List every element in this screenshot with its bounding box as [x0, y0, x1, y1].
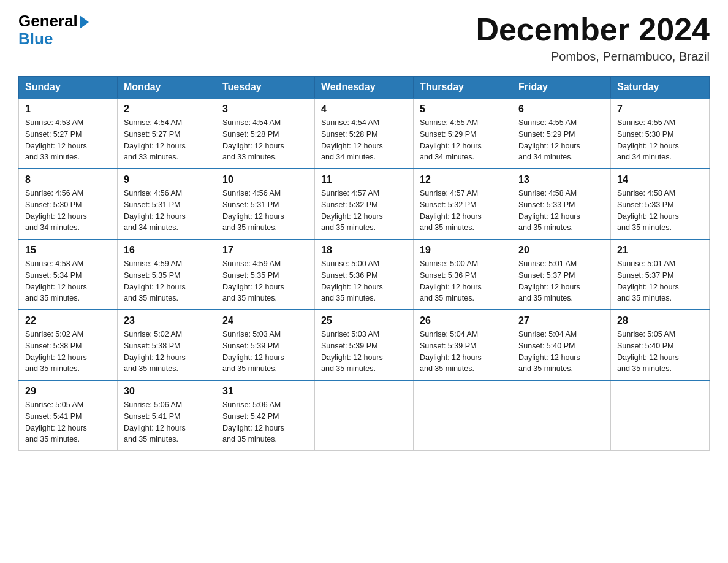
day-info: Sunrise: 5:04 AMSunset: 5:39 PMDaylight:… — [420, 329, 506, 375]
day-number: 2 — [124, 104, 210, 115]
week-row-3: 15Sunrise: 4:58 AMSunset: 5:34 PMDayligh… — [19, 239, 710, 310]
calendar-cell: 14Sunrise: 4:58 AMSunset: 5:33 PMDayligh… — [611, 169, 710, 239]
day-info: Sunrise: 4:57 AMSunset: 5:32 PMDaylight:… — [420, 188, 506, 234]
col-header-saturday: Saturday — [611, 77, 710, 99]
col-header-sunday: Sunday — [19, 77, 118, 99]
day-number: 8 — [25, 174, 111, 185]
day-number: 23 — [124, 315, 210, 326]
day-number: 6 — [518, 104, 604, 115]
day-info: Sunrise: 5:06 AMSunset: 5:41 PMDaylight:… — [124, 399, 210, 445]
day-info: Sunrise: 5:01 AMSunset: 5:37 PMDaylight:… — [617, 258, 703, 304]
calendar-header-row: SundayMondayTuesdayWednesdayThursdayFrid… — [19, 77, 710, 99]
col-header-wednesday: Wednesday — [315, 77, 414, 99]
calendar-cell: 15Sunrise: 4:58 AMSunset: 5:34 PMDayligh… — [19, 239, 118, 310]
calendar-cell — [611, 380, 710, 451]
day-info: Sunrise: 5:02 AMSunset: 5:38 PMDaylight:… — [124, 329, 210, 375]
location: Pombos, Pernambuco, Brazil — [476, 50, 710, 64]
col-header-monday: Monday — [118, 77, 216, 99]
calendar-cell: 9Sunrise: 4:56 AMSunset: 5:31 PMDaylight… — [118, 169, 216, 239]
logo: General Blue — [18, 12, 89, 47]
calendar-cell: 6Sunrise: 4:55 AMSunset: 5:29 PMDaylight… — [512, 98, 611, 169]
day-info: Sunrise: 4:54 AMSunset: 5:28 PMDaylight:… — [222, 117, 308, 163]
calendar-cell: 30Sunrise: 5:06 AMSunset: 5:41 PMDayligh… — [118, 380, 216, 451]
day-info: Sunrise: 4:57 AMSunset: 5:32 PMDaylight:… — [321, 188, 407, 234]
logo-general: General — [18, 12, 78, 30]
calendar-cell: 3Sunrise: 4:54 AMSunset: 5:28 PMDaylight… — [216, 98, 315, 169]
day-number: 18 — [321, 245, 407, 256]
day-info: Sunrise: 5:05 AMSunset: 5:40 PMDaylight:… — [617, 329, 703, 375]
col-header-tuesday: Tuesday — [216, 77, 315, 99]
day-info: Sunrise: 5:03 AMSunset: 5:39 PMDaylight:… — [321, 329, 407, 375]
day-number: 28 — [617, 315, 703, 326]
day-info: Sunrise: 4:59 AMSunset: 5:35 PMDaylight:… — [222, 258, 308, 304]
week-row-5: 29Sunrise: 5:05 AMSunset: 5:41 PMDayligh… — [19, 380, 710, 451]
calendar-cell: 17Sunrise: 4:59 AMSunset: 5:35 PMDayligh… — [216, 239, 315, 310]
calendar-cell: 7Sunrise: 4:55 AMSunset: 5:30 PMDaylight… — [611, 98, 710, 169]
calendar-cell: 24Sunrise: 5:03 AMSunset: 5:39 PMDayligh… — [216, 310, 315, 380]
calendar-cell — [512, 380, 611, 451]
day-number: 5 — [420, 104, 506, 115]
col-header-thursday: Thursday — [414, 77, 512, 99]
day-number: 11 — [321, 174, 407, 185]
month-title: December 2024 — [476, 12, 710, 47]
day-info: Sunrise: 4:58 AMSunset: 5:34 PMDaylight:… — [25, 258, 111, 304]
day-number: 27 — [518, 315, 604, 326]
day-info: Sunrise: 5:00 AMSunset: 5:36 PMDaylight:… — [321, 258, 407, 304]
calendar-cell — [414, 380, 512, 451]
week-row-4: 22Sunrise: 5:02 AMSunset: 5:38 PMDayligh… — [19, 310, 710, 380]
day-number: 22 — [25, 315, 111, 326]
day-number: 19 — [420, 245, 506, 256]
day-info: Sunrise: 5:03 AMSunset: 5:39 PMDaylight:… — [222, 329, 308, 375]
calendar-cell: 11Sunrise: 4:57 AMSunset: 5:32 PMDayligh… — [315, 169, 414, 239]
day-info: Sunrise: 4:55 AMSunset: 5:29 PMDaylight:… — [518, 117, 604, 163]
day-number: 12 — [420, 174, 506, 185]
title-block: December 2024 Pombos, Pernambuco, Brazil — [476, 12, 710, 64]
day-number: 3 — [222, 104, 308, 115]
day-number: 24 — [222, 315, 308, 326]
logo-arrow-icon — [80, 15, 89, 29]
day-info: Sunrise: 5:06 AMSunset: 5:42 PMDaylight:… — [222, 399, 308, 445]
day-number: 1 — [25, 104, 111, 115]
day-number: 10 — [222, 174, 308, 185]
day-info: Sunrise: 4:54 AMSunset: 5:27 PMDaylight:… — [124, 117, 210, 163]
day-info: Sunrise: 4:58 AMSunset: 5:33 PMDaylight:… — [518, 188, 604, 234]
calendar-cell: 29Sunrise: 5:05 AMSunset: 5:41 PMDayligh… — [19, 380, 118, 451]
day-number: 4 — [321, 104, 407, 115]
day-info: Sunrise: 5:01 AMSunset: 5:37 PMDaylight:… — [518, 258, 604, 304]
calendar-cell: 1Sunrise: 4:53 AMSunset: 5:27 PMDaylight… — [19, 98, 118, 169]
day-info: Sunrise: 4:53 AMSunset: 5:27 PMDaylight:… — [25, 117, 111, 163]
day-info: Sunrise: 4:58 AMSunset: 5:33 PMDaylight:… — [617, 188, 703, 234]
calendar-cell: 13Sunrise: 4:58 AMSunset: 5:33 PMDayligh… — [512, 169, 611, 239]
day-info: Sunrise: 5:02 AMSunset: 5:38 PMDaylight:… — [25, 329, 111, 375]
page-header: General Blue December 2024 Pombos, Perna… — [18, 12, 710, 64]
calendar-cell: 19Sunrise: 5:00 AMSunset: 5:36 PMDayligh… — [414, 239, 512, 310]
day-number: 7 — [617, 104, 703, 115]
week-row-1: 1Sunrise: 4:53 AMSunset: 5:27 PMDaylight… — [19, 98, 710, 169]
calendar-cell: 10Sunrise: 4:56 AMSunset: 5:31 PMDayligh… — [216, 169, 315, 239]
logo-blue: Blue — [18, 30, 53, 48]
day-info: Sunrise: 5:05 AMSunset: 5:41 PMDaylight:… — [25, 399, 111, 445]
calendar-cell: 25Sunrise: 5:03 AMSunset: 5:39 PMDayligh… — [315, 310, 414, 380]
col-header-friday: Friday — [512, 77, 611, 99]
day-number: 26 — [420, 315, 506, 326]
calendar-cell: 31Sunrise: 5:06 AMSunset: 5:42 PMDayligh… — [216, 380, 315, 451]
day-number: 17 — [222, 245, 308, 256]
calendar-cell: 27Sunrise: 5:04 AMSunset: 5:40 PMDayligh… — [512, 310, 611, 380]
day-number: 31 — [222, 386, 308, 397]
day-info: Sunrise: 4:56 AMSunset: 5:30 PMDaylight:… — [25, 188, 111, 234]
day-number: 9 — [124, 174, 210, 185]
day-info: Sunrise: 5:00 AMSunset: 5:36 PMDaylight:… — [420, 258, 506, 304]
calendar-cell: 28Sunrise: 5:05 AMSunset: 5:40 PMDayligh… — [611, 310, 710, 380]
calendar-cell: 23Sunrise: 5:02 AMSunset: 5:38 PMDayligh… — [118, 310, 216, 380]
calendar-cell — [315, 380, 414, 451]
calendar-cell: 4Sunrise: 4:54 AMSunset: 5:28 PMDaylight… — [315, 98, 414, 169]
calendar-cell: 2Sunrise: 4:54 AMSunset: 5:27 PMDaylight… — [118, 98, 216, 169]
day-info: Sunrise: 4:56 AMSunset: 5:31 PMDaylight:… — [222, 188, 308, 234]
day-number: 14 — [617, 174, 703, 185]
calendar-cell: 26Sunrise: 5:04 AMSunset: 5:39 PMDayligh… — [414, 310, 512, 380]
day-number: 25 — [321, 315, 407, 326]
calendar-cell: 8Sunrise: 4:56 AMSunset: 5:30 PMDaylight… — [19, 169, 118, 239]
day-info: Sunrise: 4:54 AMSunset: 5:28 PMDaylight:… — [321, 117, 407, 163]
day-number: 20 — [518, 245, 604, 256]
day-number: 21 — [617, 245, 703, 256]
